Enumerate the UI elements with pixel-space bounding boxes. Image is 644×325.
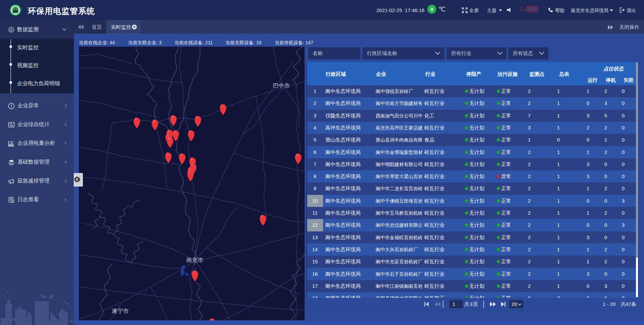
- svg-text:巴中市: 巴中市: [273, 83, 290, 89]
- svg-text:遂宁市: 遂宁市: [112, 308, 129, 314]
- svg-text:南充市: 南充市: [186, 257, 203, 263]
